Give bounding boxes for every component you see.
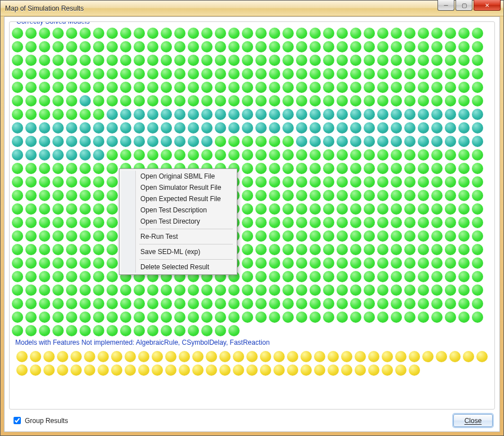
result-dot[interactable] — [188, 312, 199, 323]
result-dot[interactable] — [179, 364, 190, 376]
result-dot[interactable] — [93, 244, 104, 255]
result-dot[interactable] — [364, 257, 375, 269]
result-dot[interactable] — [269, 68, 280, 79]
result-dot[interactable] — [39, 190, 50, 201]
result-dot[interactable] — [52, 55, 64, 66]
result-dot[interactable] — [269, 109, 280, 120]
result-dot[interactable] — [431, 257, 443, 269]
result-dot[interactable] — [364, 95, 375, 106]
result-dot[interactable] — [350, 41, 361, 52]
result-dot[interactable] — [174, 95, 185, 106]
result-dot[interactable] — [337, 284, 348, 296]
result-dot[interactable] — [391, 284, 402, 296]
result-dot[interactable] — [228, 28, 240, 39]
result-dot[interactable] — [431, 28, 443, 39]
close-window-button[interactable]: ✕ — [474, 0, 501, 11]
result-dot[interactable] — [66, 68, 77, 79]
context-menu[interactable]: Open Original SBML FileOpen Simulator Re… — [119, 168, 237, 275]
result-dot[interactable] — [242, 230, 253, 242]
result-dot[interactable] — [228, 298, 240, 309]
result-dot[interactable] — [364, 284, 375, 296]
result-dot[interactable] — [215, 136, 226, 147]
result-dot[interactable] — [79, 163, 91, 174]
result-dot[interactable] — [25, 109, 37, 120]
result-dot[interactable] — [350, 176, 361, 188]
result-dot[interactable] — [431, 312, 443, 323]
result-dot[interactable] — [391, 312, 402, 323]
result-dot[interactable] — [242, 217, 253, 228]
result-dot[interactable] — [418, 95, 429, 106]
result-dot[interactable] — [107, 109, 118, 120]
result-dot[interactable] — [52, 230, 64, 242]
result-dot[interactable] — [12, 109, 23, 120]
result-dot[interactable] — [404, 271, 415, 282]
result-dot[interactable] — [242, 109, 253, 120]
result-dot[interactable] — [219, 364, 231, 376]
result-dot[interactable] — [255, 230, 267, 242]
result-dot[interactable] — [418, 82, 429, 93]
result-dot[interactable] — [282, 244, 294, 255]
result-dot[interactable] — [233, 364, 244, 376]
result-dot[interactable] — [79, 271, 91, 282]
result-dot[interactable] — [472, 68, 483, 79]
result-dot[interactable] — [296, 55, 307, 66]
result-dot[interactable] — [323, 68, 334, 79]
result-dot[interactable] — [341, 364, 352, 376]
result-dot[interactable] — [201, 109, 213, 120]
result-dot[interactable] — [269, 55, 280, 66]
result-dot[interactable] — [125, 364, 136, 376]
result-dot[interactable] — [282, 149, 294, 161]
result-dot[interactable] — [391, 28, 402, 39]
result-dot[interactable] — [269, 149, 280, 161]
result-dot[interactable] — [341, 351, 352, 362]
result-dot[interactable] — [323, 284, 334, 296]
result-dot[interactable] — [242, 163, 253, 174]
result-dot[interactable] — [282, 176, 294, 188]
result-dot[interactable] — [120, 95, 131, 106]
result-dot[interactable] — [310, 284, 321, 296]
result-dot[interactable] — [368, 351, 379, 362]
result-dot[interactable] — [134, 55, 145, 66]
result-dot[interactable] — [404, 163, 415, 174]
result-dot[interactable] — [458, 190, 470, 201]
result-dot[interactable] — [66, 203, 77, 215]
result-dot[interactable] — [120, 298, 131, 309]
result-dot[interactable] — [472, 55, 483, 66]
result-dot[interactable] — [201, 82, 213, 93]
result-dot[interactable] — [458, 163, 470, 174]
result-dot[interactable] — [296, 163, 307, 174]
result-dot[interactable] — [328, 351, 339, 362]
result-dot[interactable] — [472, 312, 483, 323]
result-dot[interactable] — [269, 203, 280, 215]
result-dot[interactable] — [201, 28, 213, 39]
result-dot[interactable] — [287, 364, 298, 376]
result-dot[interactable] — [382, 351, 393, 362]
result-dot[interactable] — [134, 68, 145, 79]
result-dot[interactable] — [472, 95, 483, 106]
result-dot[interactable] — [147, 41, 158, 52]
result-dot[interactable] — [255, 68, 267, 79]
result-dot[interactable] — [296, 122, 307, 134]
result-dot[interactable] — [39, 230, 50, 242]
result-dot[interactable] — [79, 136, 91, 147]
result-dot[interactable] — [39, 284, 50, 296]
result-dot[interactable] — [25, 312, 37, 323]
result-dot[interactable] — [282, 203, 294, 215]
result-dot[interactable] — [391, 244, 402, 255]
result-dot[interactable] — [431, 149, 443, 161]
result-dot[interactable] — [418, 190, 429, 201]
result-dot[interactable] — [25, 136, 37, 147]
result-dot[interactable] — [296, 312, 307, 323]
result-dot[interactable] — [364, 312, 375, 323]
result-dot[interactable] — [12, 28, 23, 39]
result-dot[interactable] — [242, 244, 253, 255]
result-dot[interactable] — [355, 351, 366, 362]
result-dot[interactable] — [418, 284, 429, 296]
result-dot[interactable] — [39, 41, 50, 52]
result-dot[interactable] — [269, 284, 280, 296]
result-dot[interactable] — [377, 217, 388, 228]
result-dot[interactable] — [161, 298, 172, 309]
result-dot[interactable] — [79, 55, 91, 66]
result-dot[interactable] — [52, 217, 64, 228]
result-dot[interactable] — [368, 364, 379, 376]
